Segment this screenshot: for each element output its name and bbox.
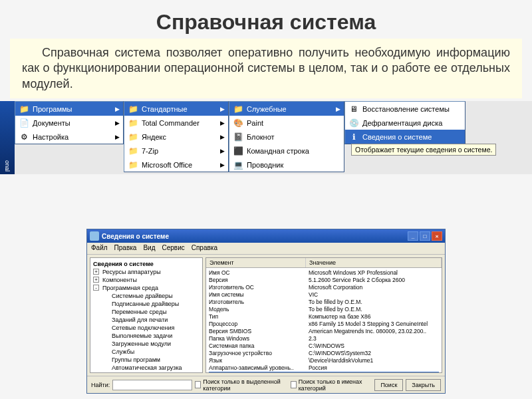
minimize-button[interactable]: _ [408,231,418,241]
menu-item-label: Блокнот [247,133,275,141]
menu-item[interactable]: 💻Проводник [229,158,344,172]
tooltip: Отображает текущие сведения о системе. [351,144,496,156]
list-row[interactable]: Версия SMBIOSAmerican Megatrends Inc. 08… [209,328,439,335]
menu-item[interactable]: 📁Total Commander▶ [124,116,228,130]
list-pane: Элемент Значение Имя ОСMicrosoft Windows… [205,257,442,373]
menu-item[interactable]: 📁7-Zip▶ [124,144,228,158]
description-text: Справочная система позволяет оперативно … [22,45,510,92]
find-input[interactable] [112,380,192,390]
tree-subitem[interactable]: Сетевые подключения [93,324,200,332]
menu-item-label: Программы [33,105,72,113]
menubar-item[interactable]: Правка [114,244,137,253]
chk-category-names[interactable]: Поиск только в именах категорий [291,378,372,392]
tree-subitem[interactable]: Регистрация OLE [93,372,200,373]
col-value[interactable]: Значение [306,258,442,267]
tree-item[interactable]: +Ресурсы аппаратуры [93,268,200,276]
footer: Найти: Поиск только в выделенной категор… [87,376,445,393]
submenu-arrow-icon: ▶ [220,120,225,126]
menu-item-icon: 📁 [233,104,243,114]
tree-root[interactable]: Сведения о системе [93,260,200,268]
menu-item-label: Microsoft Office [142,161,192,169]
list-row[interactable]: Системная папкаC:\WINDOWS [209,342,439,350]
menu-item[interactable]: 📁Служебные▶ [229,102,344,116]
find-button[interactable]: Поиск [374,379,403,391]
menubar-item[interactable]: Вид [143,244,155,253]
close-button[interactable]: × [432,231,442,241]
list-row[interactable]: Язык\Device\HarddiskVolume1 [209,357,439,364]
start-menu-level3: 📁Служебные▶🎨Paint📓Блокнот⬛Командная стро… [229,101,344,172]
menu-item[interactable]: 🖥Восстановление системы [345,102,465,116]
list-row[interactable]: Загрузочное устройствоC:\WINDOWS\System3… [209,350,439,357]
tree-subitem[interactable]: Выполняемые задачи [93,332,200,340]
expand-icon[interactable]: + [93,277,99,283]
tree-pane[interactable]: Сведения о системе+Ресурсы аппаратуры+Ко… [90,257,203,373]
menu-item-label: Сведения о системе [362,133,432,141]
menubar-item[interactable]: Сервис [162,244,184,253]
menu-item[interactable]: 📄Документы▶ [15,116,123,130]
submenu-arrow-icon: ▶ [220,134,225,140]
menu-item-icon: 💿 [348,118,359,128]
submenu-arrow-icon: ▶ [336,106,340,112]
menu-item[interactable]: 📓Блокнот [229,130,344,144]
col-element[interactable]: Элемент [206,258,306,267]
menu-item-label: Яндекс [142,133,166,141]
list-row[interactable]: ИзготовительTo be filled by O.E.M. [209,299,439,306]
tree-subitem[interactable]: Группы программ [93,356,200,364]
list-row[interactable]: Имя ОСMicrosoft Windows XP Professional [209,269,439,277]
checkbox-icon [291,381,297,388]
menu-item[interactable]: ℹСведения о системе [345,130,465,144]
list-row[interactable]: Процессорx86 Family 15 Model 3 Stepping … [209,321,439,328]
window-title: Сведения о системе [102,233,169,240]
menu-item[interactable]: 📁Стандартные▶ [124,102,228,116]
tree-item[interactable]: -Программная среда [93,284,200,292]
list-row[interactable]: МодельTo be filled by O.E.M. [209,306,439,313]
maximize-button[interactable]: □ [420,231,430,241]
list-row[interactable]: Аппаратно-зависимый уровень..Россия [209,364,439,372]
menu-item-label: Служебные [247,105,287,113]
menu-item-icon: 📁 [128,160,138,170]
menu-item[interactable]: ⬛Командная строка [229,144,344,158]
menu-item-icon: 📄 [19,118,29,128]
menu-item[interactable]: 📁Яндекс▶ [124,130,228,144]
list-row[interactable]: Папка Windows2.3 [209,335,439,342]
menu-item-icon: 📁 [128,146,138,156]
tree-item[interactable]: +Компоненты [93,276,200,284]
menu-item[interactable]: ⚙Настройка▶ [15,130,123,144]
menubar-item[interactable]: Справка [192,244,217,253]
system-info-window: Сведения о системе _ □ × ФайлПравкаВидСе… [86,229,446,394]
menu-item-label: Paint [247,119,263,127]
tree-subitem[interactable]: Переменные среды [93,308,200,316]
list-row[interactable]: Изготовитель ОСMicrosoft Corporation [209,284,439,291]
tree-subitem[interactable]: Автоматическая загрузка [93,364,200,372]
menu-item-icon: 💻 [233,160,243,170]
menu-item-label: 7-Zip [142,147,158,155]
menu-item[interactable]: 📁Программы▶ [15,102,123,116]
menu-item-label: Документы [33,119,70,127]
tree-subitem[interactable]: Подписанные драйверы [93,300,200,308]
menu-item-icon: 📁 [128,132,138,142]
list-rows[interactable]: Имя ОСMicrosoft Windows XP ProfessionalВ… [206,268,442,373]
expand-icon[interactable]: - [93,285,99,291]
tree-subitem[interactable]: Службы [93,348,200,356]
tree-subitem[interactable]: Загруженные модули [93,340,200,348]
tree-subitem[interactable]: Системные драйверы [93,292,200,300]
list-row[interactable]: Имя системыVIC [209,291,439,299]
expand-icon[interactable]: + [93,269,99,275]
chk-selected-category[interactable]: Поиск только в выделенной категории [195,378,287,392]
list-row[interactable]: ТипКомпьютер на базе X86 [209,313,439,321]
list-row[interactable]: Имя пользователяВерсия = "5.1.2600.2180 … [209,372,439,373]
menu-item[interactable]: 🎨Paint [229,116,344,130]
menu-item-icon: 📁 [128,118,138,128]
list-row[interactable]: Версия5.1.2600 Service Pack 2 Сборка 260… [209,277,439,284]
submenu-arrow-icon: ▶ [115,134,120,140]
menu-item[interactable]: 📁Microsoft Office▶ [124,158,228,172]
tree-subitem[interactable]: Заданий для печати [93,316,200,324]
menubar-item[interactable]: Файл [91,244,108,253]
menu-item[interactable]: 💿Дефрагментация диска [345,116,465,130]
start-menu-level2: 📁Стандартные▶📁Total Commander▶📁Яндекс▶📁7… [124,101,229,172]
start-menu-cascade: onal 📁Программы▶📄Документы▶⚙Настройка▶ 📁… [0,101,532,174]
menu-item-icon: 📁 [19,104,29,114]
titlebar[interactable]: Сведения о системе _ □ × [87,229,445,243]
close-find-button[interactable]: Закрыть [406,379,441,391]
menu-item-label: Проводник [247,161,283,169]
